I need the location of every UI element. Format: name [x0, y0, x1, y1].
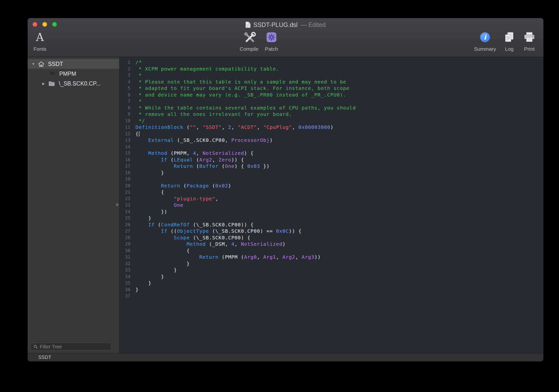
- code-line[interactable]: 30 {: [120, 247, 543, 254]
- code-line[interactable]: 17 Return (Buffer (One) { 0x03 }): [120, 163, 543, 170]
- patch-button[interactable]: Patch: [265, 29, 278, 52]
- sidebar-item-sb-sck0-cp[interactable]: ▶\_SB.SCK0.CP...: [28, 79, 119, 88]
- patch-label: Patch: [265, 46, 278, 52]
- log-button[interactable]: Log: [504, 29, 515, 52]
- code-line[interactable]: 16 If (LEqual (Arg2, Zero)) {: [120, 157, 543, 163]
- status-scope-text: SSDT: [38, 355, 51, 360]
- line-number: 5: [120, 85, 130, 92]
- code-line[interactable]: 15 Method (PMPM, 4, NotSerialized) {: [120, 150, 543, 157]
- filter-tree-input[interactable]: [40, 344, 109, 350]
- code-line[interactable]: 1/*: [120, 59, 543, 66]
- code-line[interactable]: 28 Scope (\_SB.SCK0.CP00) {: [120, 234, 543, 241]
- line-number: 1: [120, 59, 130, 66]
- window-content: ▼SSDTPMPM▶\_SB.SCK0.CP... 1/*2 * XCPM po…: [28, 57, 543, 353]
- code-line[interactable]: 19: [120, 176, 543, 183]
- summary-button[interactable]: i Summary: [474, 29, 496, 52]
- fonts-button[interactable]: A Fonts: [34, 29, 47, 52]
- splitter-handle[interactable]: [116, 203, 119, 206]
- status-bar: SSDT: [28, 353, 543, 361]
- code-text: }: [135, 280, 151, 286]
- document-proxy-icon[interactable]: [245, 21, 251, 28]
- code-text: If ((ObjectType (\_SB.SCK0.CP00) == 0x0C…: [135, 228, 302, 234]
- code-line[interactable]: 34 }: [120, 273, 543, 280]
- line-number: 27: [120, 228, 130, 234]
- code-text: * XCPM power management compatibility ta…: [135, 66, 279, 72]
- method-icon: [49, 71, 56, 76]
- sidebar-item-pmpm[interactable]: PMPM: [28, 69, 119, 79]
- line-number: 13: [120, 137, 130, 144]
- code-text: Return (Buffer (One) { 0x03 }): [135, 163, 270, 170]
- sidebar-item-ssdt[interactable]: ▼SSDT: [28, 59, 119, 69]
- code-line[interactable]: 12{: [120, 131, 543, 137]
- code-line[interactable]: 18 }: [120, 170, 543, 176]
- code-text: }: [135, 260, 190, 267]
- code-text: * adapted to fit your board's ACPI stack…: [135, 85, 350, 92]
- line-number: 3: [120, 72, 130, 79]
- code-line[interactable]: 4 * Please note that this table is only …: [120, 79, 543, 85]
- disclosure-right-icon[interactable]: ▶: [41, 82, 46, 86]
- code-line[interactable]: 11DefinitionBlock ("", "SSDT", 2, "ACDT"…: [120, 124, 543, 131]
- code-line[interactable]: 37: [120, 293, 543, 299]
- line-number: 22: [120, 196, 130, 202]
- code-line[interactable]: 9 * remove all the ones irrelevant for y…: [120, 111, 543, 118]
- code-line[interactable]: 26 If (CondRefOf (\_SB.SCK0.CP00)) {: [120, 221, 543, 228]
- code-editor[interactable]: 1/*2 * XCPM power management compatibili…: [120, 57, 543, 353]
- code-line[interactable]: 29 Method (_DSM, 4, NotSerialized): [120, 241, 543, 247]
- code-line[interactable]: 20 Return (Package (0x02): [120, 183, 543, 189]
- code-line[interactable]: 13 External (_SB_.SCK0.CP00, ProcessorOb…: [120, 137, 543, 144]
- code-line[interactable]: 3 *: [120, 72, 543, 79]
- sidebar-item-label: PMPM: [59, 71, 76, 77]
- code-line[interactable]: 35 }: [120, 280, 543, 286]
- compile-button[interactable]: Compile: [240, 29, 258, 52]
- house-icon: [38, 61, 44, 67]
- code-line[interactable]: 8 * While the table contains several exa…: [120, 105, 543, 111]
- line-number: 28: [120, 234, 130, 241]
- code-text: Return (PMPM (Arg0, Arg1, Arg2, Arg3)): [135, 254, 321, 260]
- search-icon: [33, 344, 38, 349]
- code-line[interactable]: 23 One: [120, 202, 543, 208]
- code-text: * Please note that this table is only a …: [135, 79, 346, 85]
- code-text: {: [135, 247, 190, 254]
- code-line[interactable]: 14: [120, 144, 543, 150]
- line-number: 24: [120, 208, 130, 215]
- code-line[interactable]: 6 * and device name may vary (e.g. _SB_.…: [120, 92, 543, 98]
- code-text: }: [135, 215, 151, 221]
- code-text: *: [135, 98, 142, 105]
- log-pages-icon: [504, 29, 515, 46]
- code-line[interactable]: 33 }: [120, 267, 543, 273]
- code-line[interactable]: 25 }: [120, 215, 543, 221]
- code-line[interactable]: 32 }: [120, 260, 543, 267]
- code-text: If (LEqual (Arg2, Zero)) {: [135, 157, 244, 163]
- line-number: 4: [120, 79, 130, 85]
- code-line[interactable]: 2 * XCPM power management compatibility …: [120, 66, 543, 72]
- code-text: }: [135, 267, 177, 273]
- code-text: One: [135, 202, 183, 208]
- line-number: 30: [120, 247, 130, 254]
- code-text: DefinitionBlock ("", "SSDT", 2, "ACDT", …: [135, 124, 334, 131]
- code-line[interactable]: 10 */: [120, 118, 543, 124]
- code-text: Method (_DSM, 4, NotSerialized): [135, 241, 286, 247]
- line-number: 8: [120, 105, 130, 111]
- code-line[interactable]: 31 Return (PMPM (Arg0, Arg1, Arg2, Arg3)…: [120, 254, 543, 260]
- code-text: If (CondRefOf (\_SB.SCK0.CP00)) {: [135, 221, 254, 228]
- code-line[interactable]: 27 If ((ObjectType (\_SB.SCK0.CP00) == 0…: [120, 228, 543, 234]
- code-text: /*: [135, 59, 142, 66]
- code-line[interactable]: 5 * adapted to fit your board's ACPI sta…: [120, 85, 543, 92]
- code-line[interactable]: 24 }): [120, 208, 543, 215]
- code-text: * While the table contains several examp…: [135, 105, 356, 111]
- print-button[interactable]: Print: [523, 29, 535, 52]
- log-label: Log: [505, 46, 513, 52]
- code-line[interactable]: 22 "plugin-type",: [120, 196, 543, 202]
- window-title: SSDT-PLUG.dsl — Edited: [28, 21, 543, 29]
- info-icon: i: [480, 32, 490, 42]
- line-number: 19: [120, 176, 130, 183]
- code-line[interactable]: 21 {: [120, 189, 543, 196]
- print-label: Print: [524, 46, 535, 52]
- line-number: 36: [120, 286, 130, 293]
- code-line[interactable]: 36}: [120, 286, 543, 293]
- line-number: 17: [120, 163, 130, 170]
- line-number: 18: [120, 170, 130, 176]
- compile-label: Compile: [240, 46, 258, 52]
- code-line[interactable]: 7 *: [120, 98, 543, 105]
- disclosure-down-icon[interactable]: ▼: [31, 62, 36, 66]
